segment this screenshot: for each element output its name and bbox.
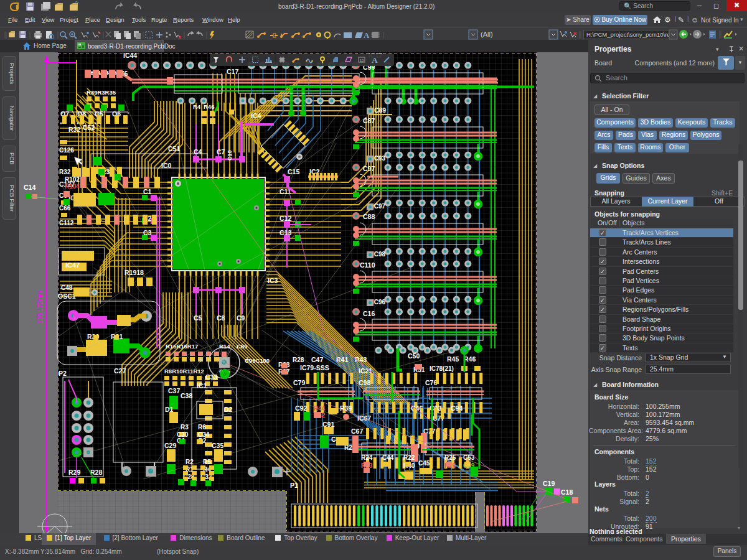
svg-text:IC97: IC97 — [372, 203, 386, 210]
svg-text:R46: R46 — [204, 103, 214, 110]
svg-text:C14: C14 — [24, 184, 35, 191]
svg-text:IC79-SSS: IC79-SSS — [300, 364, 329, 371]
svg-text:R4: R4 — [193, 103, 201, 110]
svg-text:C35: C35 — [212, 442, 223, 449]
svg-text:C12: C12 — [280, 215, 291, 222]
svg-text:C95C100: C95C100 — [245, 357, 270, 364]
svg-text:10: 10 — [360, 58, 364, 62]
svg-text:C88: C88 — [363, 213, 375, 220]
svg-text:C18: C18 — [561, 488, 573, 496]
svg-text:IC1: IC1 — [197, 382, 207, 390]
svg-text:IC98: IC98 — [372, 251, 386, 258]
svg-text:R32: R32 — [59, 169, 71, 175]
svg-text:C47: C47 — [311, 356, 323, 363]
svg-text:C98: C98 — [359, 379, 370, 386]
svg-text:D1: D1 — [165, 406, 174, 413]
svg-text:IC3: IC3 — [268, 277, 278, 284]
svg-text:R25: R25 — [444, 454, 456, 461]
svg-text:D2: D2 — [224, 406, 233, 413]
svg-text:C9: C9 — [237, 314, 245, 322]
svg-text:C50: C50 — [408, 352, 420, 360]
svg-text:(All): (All) — [481, 30, 493, 38]
svg-text:R29: R29 — [68, 469, 80, 476]
svg-text:C5: C5 — [194, 314, 202, 322]
svg-text:R6: R6 — [198, 424, 206, 431]
svg-text:C76: C76 — [425, 379, 437, 386]
svg-text:R22: R22 — [403, 454, 415, 461]
svg-text:C7: C7 — [217, 148, 225, 156]
svg-text:IC44: IC44 — [123, 52, 137, 59]
svg-text:R45: R45 — [447, 355, 459, 363]
svg-text:C19: C19 — [543, 480, 555, 487]
svg-text:C110: C110 — [360, 261, 375, 269]
svg-text:C92: C92 — [295, 404, 307, 412]
svg-text:R46: R46 — [464, 355, 476, 363]
svg-text:C112: C112 — [59, 220, 74, 226]
svg-text:R41: R41 — [336, 356, 348, 363]
svg-text:IC89: IC89 — [372, 106, 386, 114]
svg-text:C37: C37 — [168, 387, 180, 394]
svg-text:C8: C8 — [217, 314, 225, 322]
svg-text:A: A — [372, 55, 378, 65]
svg-text:100,172mm: 100,172mm — [37, 291, 44, 324]
svg-text:P1: P1 — [290, 482, 298, 489]
svg-text:C44: C44 — [382, 454, 394, 461]
svg-text:C27: C27 — [114, 367, 126, 375]
svg-text:C67: C67 — [351, 427, 363, 435]
svg-text:C17: C17 — [227, 68, 238, 75]
svg-text:IC21: IC21 — [359, 367, 372, 375]
svg-text:OSC1: OSC1 — [58, 292, 76, 300]
svg-text:IC4: IC4 — [251, 112, 261, 119]
svg-text:C97: C97 — [363, 165, 375, 172]
svg-text:C10: C10 — [227, 150, 233, 161]
svg-text:C126: C126 — [59, 147, 74, 154]
svg-text:C66: C66 — [59, 205, 71, 212]
svg-text:R28: R28 — [293, 357, 304, 363]
svg-text:IC96: IC96 — [372, 299, 386, 306]
svg-text:P2: P2 — [59, 370, 67, 377]
svg-text:C16: C16 — [363, 310, 375, 317]
svg-text:R39: R39 — [340, 404, 352, 412]
svg-text:C1: C1 — [143, 188, 152, 195]
svg-text:C45: C45 — [418, 460, 430, 467]
svg-text:C94: C94 — [451, 404, 463, 412]
svg-text:C51: C51 — [168, 145, 180, 152]
svg-text:IC93: IC93 — [372, 155, 386, 162]
svg-text:R24: R24 — [361, 454, 373, 461]
svg-text:C38: C38 — [181, 392, 192, 399]
svg-text:C52: C52 — [83, 124, 95, 131]
svg-text:R102: R102 — [65, 176, 80, 183]
svg-text:R104: R104 — [65, 183, 80, 190]
svg-text:A: A — [364, 30, 370, 40]
svg-text:R39R3R35: R39R3R35 — [87, 89, 116, 96]
svg-text:C4: C4 — [194, 148, 202, 156]
svg-text:R32: R32 — [68, 126, 80, 133]
svg-text:C33: C33 — [205, 373, 217, 381]
svg-text:C89: C89 — [237, 343, 247, 350]
svg-text:IC78(21): IC78(21) — [430, 365, 454, 372]
svg-text:C79: C79 — [293, 379, 305, 386]
svg-text:IC47: IC47 — [65, 261, 80, 269]
svg-text:C48: C48 — [61, 284, 73, 291]
